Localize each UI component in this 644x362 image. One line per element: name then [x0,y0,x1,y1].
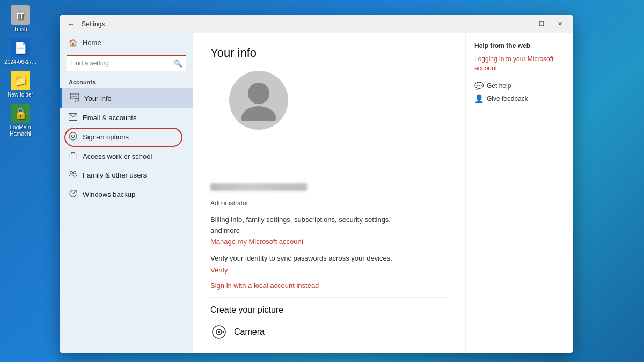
file-label: 2024-06-17... [4,59,36,65]
get-help-label: Get help [487,82,511,90]
backup-icon [69,189,77,200]
window-controls: — ☐ ✕ [515,17,568,32]
svg-point-6 [69,132,77,140]
feedback-icon: 👤 [474,94,484,103]
back-button[interactable]: ← [64,18,77,31]
feedback-label: Give feedback [487,95,528,102]
desktop-icons: 🗑 Trash 📄 2024-06-17... 📁 New folder 🔒 L… [4,5,36,137]
verify-link[interactable]: Verify [210,266,448,274]
sidebar-item-your-info[interactable]: Your info [60,88,193,108]
page-title: Your info [210,46,448,60]
trash-label: Trash [13,26,27,33]
family-icon [69,171,77,180]
your-info-label: Your info [84,94,112,102]
svg-line-4 [75,101,76,102]
user-profile-section [210,71,448,191]
svg-point-7 [72,135,75,138]
camera-icon [210,323,228,341]
svg-point-12 [248,83,269,104]
svg-rect-8 [69,154,77,159]
work-icon [69,152,77,161]
svg-line-11 [73,190,76,194]
sidebar-home[interactable]: 🏠 Home [60,33,193,52]
window-body: 🏠 Home 🔍 Accounts [60,33,573,353]
search-input[interactable] [70,60,174,67]
get-help-icon: 💬 [474,82,484,90]
desktop: 🗑 Trash 📄 2024-06-17... 📁 New folder 🔒 L… [0,0,644,362]
your-info-icon [70,93,79,104]
sidebar-item-family[interactable]: Family & other users [60,166,193,184]
billing-text: Billing info, family settings, subscript… [210,215,393,235]
folder-icon: 📁 [11,71,30,90]
logmein-icon: 🔒 [11,104,30,123]
camera-item[interactable]: Camera [210,323,448,341]
close-button[interactable]: ✕ [551,17,568,32]
desktop-icon-folder[interactable]: 📁 New folder [4,71,36,98]
section-divider [210,297,448,298]
help-actions: 💬 Get help 👤 Give feedback [474,82,564,103]
desktop-icon-logmein[interactable]: 🔒 LogMeIn Hamachi [4,104,36,137]
desktop-icon-trash[interactable]: 🗑 Trash [4,5,36,33]
family-label: Family & other users [83,171,147,179]
title-bar: ← Settings — ☐ ✕ [60,15,573,33]
sidebar-item-email[interactable]: Email & accounts [60,108,193,127]
search-icon: 🔍 [174,60,182,68]
user-role: Administrator [210,200,448,207]
sidebar-item-backup[interactable]: Windows backup [60,184,193,204]
backup-label: Windows backup [83,190,135,198]
minimize-button[interactable]: — [515,17,532,32]
verify-text: Verify your identity to sync passwords a… [210,253,393,264]
help-title: Help from the web [474,42,564,49]
email-label: Email & accounts [83,114,136,122]
email-icon [69,113,77,122]
maximize-button[interactable]: ☐ [533,17,550,32]
help-panel: Help from the web Logging in to your Mic… [465,33,573,353]
sign-in-icon [69,132,77,142]
sign-in-label: Sign-in options [83,133,129,141]
manage-account-link[interactable]: Manage my Microsoft account [210,238,448,246]
svg-point-13 [241,106,276,121]
local-account-link[interactable]: Sign in with a local account instead [210,282,448,290]
search-box: 🔍 [67,55,186,71]
svg-point-17 [223,331,224,333]
desktop-icon-file[interactable]: 📄 2024-06-17... [4,38,36,65]
feedback-action[interactable]: 👤 Give feedback [474,94,564,103]
login-link[interactable]: Logging in to your Microsoft account [474,55,564,73]
settings-window: ← Settings — ☐ ✕ 🏠 Home 🔍 Accounts [60,15,573,353]
svg-point-9 [70,172,73,174]
home-label: Home [83,39,101,47]
sidebar-item-work[interactable]: Access work or school [60,147,193,166]
home-icon: 🏠 [69,39,77,47]
svg-point-10 [74,172,76,174]
camera-label: Camera [234,327,265,337]
username-blurred [210,183,307,191]
sidebar: 🏠 Home 🔍 Accounts [60,33,193,353]
create-picture-title: Create your picture [210,305,448,315]
svg-point-16 [218,331,220,333]
window-title: Settings [82,20,515,28]
section-title: Accounts [60,77,193,88]
trash-icon: 🗑 [11,5,30,25]
sidebar-item-sign-in[interactable]: Sign-in options [60,127,193,147]
file-icon: 📄 [11,38,30,57]
work-label: Access work or school [83,152,152,160]
avatar [229,71,288,130]
logmein-label: LogMeIn Hamachi [4,124,36,137]
main-content: Your info Administrator Billi [193,33,465,353]
get-help-action[interactable]: 💬 Get help [474,82,564,90]
folder-label: New folder [8,92,33,98]
